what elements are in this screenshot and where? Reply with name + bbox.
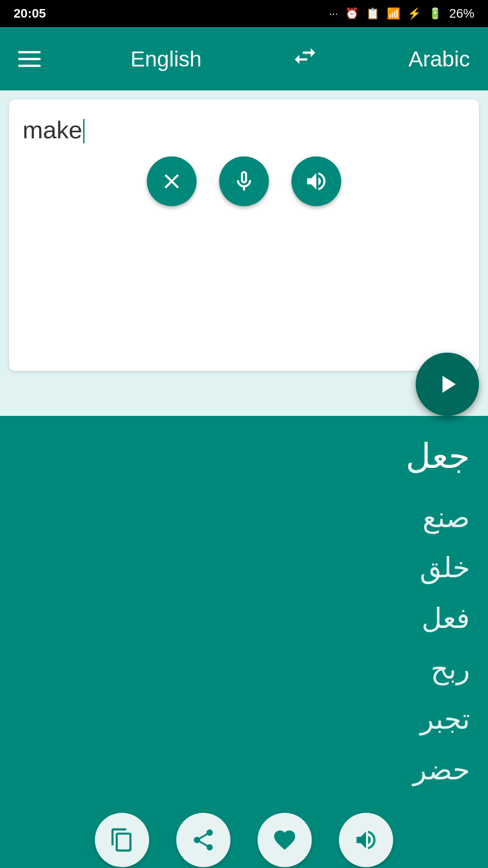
clear-button[interactable]: [147, 156, 197, 206]
battery-percent: 26%: [449, 6, 474, 21]
text-cursor: [83, 119, 84, 143]
translation-3: فعل: [18, 593, 470, 644]
input-panel: make: [9, 99, 479, 371]
translation-5: تجبر: [18, 694, 470, 745]
top-nav: English Arabic: [0, 27, 488, 90]
primary-translation: جعل: [18, 434, 470, 479]
status-icons: ··· ⏰ 📋 📶 ⚡ 🔋 26%: [329, 6, 474, 21]
translation-1: صنع: [18, 492, 470, 543]
sim-icon: 📋: [366, 7, 380, 20]
output-action-bar: [18, 795, 470, 868]
battery-icon: 🔋: [428, 7, 442, 20]
favorite-button[interactable]: [258, 813, 312, 867]
translate-button[interactable]: [416, 353, 479, 416]
target-language[interactable]: Arabic: [408, 47, 470, 71]
bolt-icon: ⚡: [408, 7, 421, 20]
output-panel: جعل صنع خلق فعل ربح تجبر حضر: [0, 416, 488, 868]
source-language[interactable]: English: [131, 47, 202, 71]
main-content: make: [0, 90, 488, 868]
output-text-area: جعل صنع خلق فعل ربح تجبر حضر: [18, 434, 470, 795]
signal-icon: 📶: [387, 7, 400, 20]
swap-languages-button[interactable]: [291, 42, 319, 75]
translate-btn-wrapper: [0, 353, 488, 416]
dots-icon: ···: [329, 7, 338, 20]
translation-4: ربح: [18, 644, 470, 694]
menu-button[interactable]: [18, 51, 41, 67]
share-button[interactable]: [176, 813, 230, 867]
microphone-button[interactable]: [219, 156, 269, 206]
alarm-icon: ⏰: [345, 7, 359, 20]
translation-6: حضر: [18, 745, 470, 795]
input-speaker-button[interactable]: [291, 156, 341, 206]
input-action-bar: [23, 156, 465, 206]
status-time: 20:05: [14, 6, 46, 21]
input-text-display: make: [23, 116, 82, 143]
output-speaker-button[interactable]: [339, 813, 393, 867]
status-bar: 20:05 ··· ⏰ 📋 📶 ⚡ 🔋 26%: [0, 0, 488, 27]
secondary-translations: صنع خلق فعل ربح تجبر حضر: [18, 492, 470, 795]
copy-button[interactable]: [95, 813, 149, 867]
translation-2: خلق: [18, 542, 470, 593]
